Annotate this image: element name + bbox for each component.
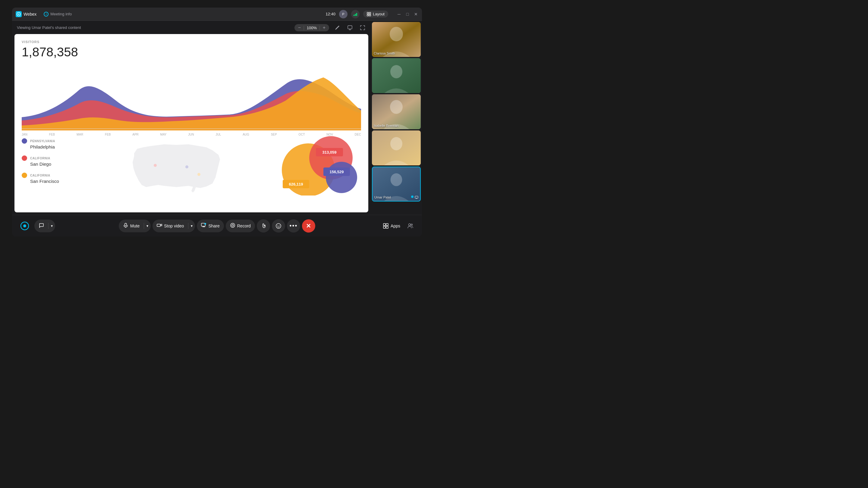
svg-point-29 [390,137,402,150]
svg-rect-5 [369,12,371,14]
zoom-out-button[interactable]: − [298,25,301,30]
legend-state-california1: CALIFORNIA [30,157,50,160]
svg-rect-4 [367,12,369,14]
sync-button[interactable] [345,23,354,32]
webex-icon [16,11,22,17]
participant-card-umar[interactable]: Umar Patel [372,167,421,201]
chat-icon [38,223,44,229]
legend-dot-sandiego [22,156,27,161]
share-button[interactable]: Share [197,220,224,232]
svg-rect-46 [383,226,385,228]
svg-point-39 [230,223,235,227]
toolbar-right: Apps [383,221,416,231]
stop-video-label: Stop video [164,224,184,228]
svg-point-31 [391,173,402,186]
layout-button[interactable]: Layout [363,10,388,18]
apps-label: Apps [391,224,400,228]
shared-content-label: Viewing Umar Patel's shared content [16,24,81,32]
chart-container: VISITORS 1,878,358 JANFE [14,34,368,213]
svg-rect-8 [348,26,352,29]
bubble-chart: 313,059 156,529 626,119 [277,135,361,195]
participant-name-isabelle: Isabelle Brennan [374,124,399,127]
meeting-info-button[interactable]: i Meeting info [41,10,74,18]
svg-point-25 [390,65,402,78]
svg-rect-3 [356,13,357,16]
share-label: Share [208,224,219,228]
zoom-in-button[interactable]: + [323,25,326,30]
svg-point-48 [409,224,411,226]
toolbar-left: ▾ [18,219,55,233]
legend-city-philadelphia: Philadelphia [30,144,76,150]
svg-text:626,119: 626,119 [289,182,303,187]
svg-point-23 [390,27,403,41]
chart-bottom: PENNSYLVANIA Philadelphia CALIFORNIA San… [22,135,361,201]
zoom-separator: | [303,25,304,30]
svg-point-10 [197,173,200,176]
svg-rect-47 [386,226,388,228]
zoom-separator-2: | [319,25,320,30]
svg-rect-1 [353,15,354,16]
map-area [81,135,272,201]
mic-icon [123,223,128,229]
participant-card-clarissa[interactable]: Clarissa Smith [372,22,421,57]
end-call-button[interactable]: ✕ [302,219,315,233]
mute-expand-arrow[interactable]: ▾ [144,221,151,231]
legend-item-sandiego: CALIFORNIA San Diego [22,156,76,167]
webex-indicator-button[interactable] [18,219,31,233]
svg-rect-6 [367,14,369,16]
record-icon [230,223,236,229]
stop-video-button[interactable]: Stop video [153,220,188,232]
legend-item-sanfrancisco: CALIFORNIA San Francisco [22,173,76,184]
svg-point-49 [411,224,412,225]
profile-icon-btn[interactable]: P [339,10,347,19]
svg-rect-35 [125,223,127,226]
svg-rect-7 [369,14,371,16]
svg-rect-45 [386,224,388,226]
toolbar: ▾ Mute ▾ [12,215,422,236]
top-bar: Viewing Umar Patel's shared content − | … [14,23,368,34]
svg-point-38 [204,223,206,225]
annotate-button[interactable] [333,23,342,32]
participant-card-isabelle[interactable]: Isabelle Brennan [372,94,421,129]
raise-hand-button[interactable] [257,219,270,233]
reactions-button[interactable] [272,219,285,233]
titlebar: Webex i Meeting info 12:40 P [12,7,422,21]
video-icon [157,223,162,229]
svg-point-34 [23,224,26,227]
chat-expand-arrow[interactable]: ▾ [49,221,55,231]
video-expand-arrow[interactable]: ▾ [188,221,195,231]
area-chart: JANFEBMARFEBAPRMAYJUNJULAUGSEPOCTNOVDEC [22,64,361,130]
stop-video-button-group: Stop video ▾ [153,220,195,232]
legend-city-sanfrancisco: San Francisco [30,178,76,184]
record-label: Record [237,224,251,228]
record-button[interactable]: Record [226,220,255,232]
fullscreen-button[interactable] [358,23,367,32]
participant-name-umar: Umar Patel [374,195,391,199]
webex-logo: Webex [16,11,36,17]
chart-visitors-count: 1,878,358 [22,45,361,59]
end-call-icon: ✕ [306,222,311,230]
minimize-button[interactable]: ─ [397,12,401,17]
time-display: 12:40 [326,12,336,16]
mute-button[interactable]: Mute [119,220,144,232]
titlebar-left: Webex i Meeting info [16,10,326,18]
participant-card-4[interactable] [372,130,421,165]
us-map [128,138,224,198]
svg-point-15 [326,162,357,193]
chat-button[interactable] [34,220,48,232]
apps-button[interactable]: Apps [383,223,400,229]
legend-state-california2: CALIFORNIA [30,174,50,177]
maximize-button[interactable]: □ [405,12,410,17]
legend-state-pennsylvania: PENNSYLVANIA [30,139,55,143]
participant-card-2[interactable] [372,58,421,93]
svg-rect-44 [383,224,385,226]
svg-point-41 [276,224,281,228]
signal-icon-btn[interactable] [351,10,360,19]
svg-point-43 [279,225,279,226]
screen-share-icon [415,195,418,199]
webex-label: Webex [24,12,36,17]
participants-button[interactable] [405,221,416,231]
more-options-button[interactable]: ••• [287,219,300,233]
svg-point-27 [390,100,403,114]
close-button[interactable]: ✕ [413,12,418,17]
